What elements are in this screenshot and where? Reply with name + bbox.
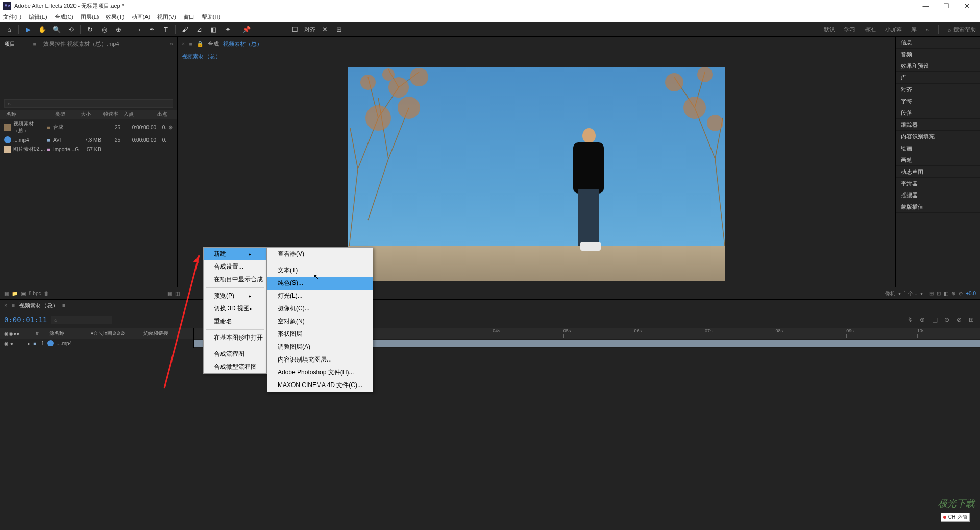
project-row[interactable]: ....mp4 ■ AVI 7.3 MB 25 0:00:00:00 0. xyxy=(0,135,177,144)
view-count[interactable]: 1 个... xyxy=(904,290,918,297)
menu-animation[interactable]: 动画(A) xyxy=(132,13,151,21)
tl-icon-5[interactable]: ⊘ xyxy=(954,315,964,324)
submenu-adjustment[interactable]: 调整图层(A) xyxy=(267,341,373,353)
panel-effects-presets[interactable]: 效果和预设≡ xyxy=(896,60,980,72)
hdr-switches[interactable]: ♦☆＼fx圖⊘⊘⊘ xyxy=(91,330,137,337)
help-search[interactable]: ⌕ 搜索帮助 xyxy=(948,26,976,33)
submenu-text[interactable]: 文本(T) xyxy=(267,264,373,277)
vb1-icon[interactable]: ⊞ xyxy=(929,291,934,296)
menu-flowchart[interactable]: 合成流程图 xyxy=(204,348,266,360)
menu-open-egp[interactable]: 在基本图形中打开 xyxy=(204,331,266,344)
rect-tool-icon[interactable]: ▭ xyxy=(132,25,142,35)
project-search-input[interactable] xyxy=(4,99,173,108)
submenu-light[interactable]: 灯光(L)... xyxy=(267,290,373,302)
menu-comp-settings[interactable]: 合成设置... xyxy=(204,260,266,273)
exposure-value[interactable]: +0.0 xyxy=(966,291,976,296)
tl-icon-1[interactable]: ↯ xyxy=(905,315,915,324)
hdr-parent[interactable]: 父级和链接 xyxy=(143,330,168,337)
menu-layer[interactable]: 图层(L) xyxy=(81,13,99,21)
panel-paragraph[interactable]: 段落 xyxy=(896,107,980,119)
camera-tool-icon[interactable]: ◎ xyxy=(99,25,109,35)
menu-rename[interactable]: 重命名 xyxy=(204,315,266,328)
clone-tool-icon[interactable]: ⊿ xyxy=(194,25,204,35)
hand-tool-icon[interactable]: ✋ xyxy=(37,25,47,35)
panel-smoother[interactable]: 平滑器 xyxy=(896,178,980,189)
snap-checkbox[interactable]: ☐ xyxy=(290,25,300,35)
menu-new[interactable]: 新建▸ xyxy=(204,248,266,260)
panel-character[interactable]: 字符 xyxy=(896,95,980,107)
maximize-button[interactable]: ☐ xyxy=(936,0,957,11)
type-tool-icon[interactable]: T xyxy=(161,25,171,35)
project-menu-icon[interactable]: ≡ xyxy=(22,41,26,47)
submenu-viewer[interactable]: 查看器(V) xyxy=(267,248,373,260)
panel-library[interactable]: 库 xyxy=(896,72,980,84)
new-folder-icon[interactable]: 📁 xyxy=(12,291,18,296)
pen-tool-icon[interactable]: ✒ xyxy=(146,25,157,35)
lock-icon[interactable]: 🔒 xyxy=(197,41,204,47)
menu-edit[interactable]: 编辑(E) xyxy=(29,13,47,21)
snap2-icon[interactable]: ⊞ xyxy=(334,25,344,35)
submenu-null[interactable]: 空对象(N) xyxy=(267,315,373,328)
comp-breadcrumb[interactable]: 视频素材（总） xyxy=(182,53,221,60)
trash-icon[interactable]: 🗑 xyxy=(44,291,49,296)
interpret-icon[interactable]: ▦ xyxy=(4,291,9,296)
header-out[interactable]: 出点 xyxy=(155,111,170,118)
project-tab[interactable]: 项目 xyxy=(4,40,15,48)
workspace-default[interactable]: 默认 xyxy=(824,26,835,33)
home-icon[interactable]: ⌂ xyxy=(4,25,14,35)
camera-dropdown[interactable]: 像机 xyxy=(885,290,895,297)
panel-paint[interactable]: 绘画 xyxy=(896,142,980,154)
header-in[interactable]: 入点 xyxy=(121,111,155,118)
panel-motion-sketch[interactable]: 动态草图 xyxy=(896,166,980,178)
viewer-opt2-icon[interactable]: ◫ xyxy=(175,291,180,296)
submenu-photoshop[interactable]: Adobe Photoshop 文件(H)... xyxy=(267,366,373,379)
close-button[interactable]: ✕ xyxy=(957,0,977,11)
tl-icon-3[interactable]: ◫ xyxy=(930,315,939,324)
hdr-source[interactable]: 源名称 xyxy=(49,330,85,337)
menu-mini-flowchart[interactable]: 合成微型流程图 xyxy=(204,360,266,373)
snap-icon[interactable]: ✕ xyxy=(320,25,330,35)
comp-settings-icon[interactable]: ⚙ xyxy=(168,125,173,130)
hdr-hash[interactable]: # xyxy=(36,331,43,336)
tl-icon-4[interactable]: ⊙ xyxy=(942,315,951,324)
workspace-small[interactable]: 小屏幕 xyxy=(885,26,902,33)
viewer-opt-icon[interactable]: ▦ xyxy=(167,291,172,296)
panel-align[interactable]: 对齐 xyxy=(896,84,980,95)
panel-brushes[interactable]: 画笔 xyxy=(896,154,980,166)
tl-icon-6[interactable]: ⊞ xyxy=(967,315,976,324)
layer-row[interactable]: ◉ ● ▸ ■ 1 ....mp4 xyxy=(0,339,980,348)
timeline-comp-name[interactable]: 视频素材（总） xyxy=(19,302,58,309)
submenu-c4d[interactable]: MAXON CINEMA 4D 文件(C)... xyxy=(267,379,373,392)
submenu-camera[interactable]: 摄像机(C)... xyxy=(267,302,373,315)
vb5-icon[interactable]: ⊙ xyxy=(959,291,963,296)
workspace-standard[interactable]: 标准 xyxy=(865,26,876,33)
eraser-tool-icon[interactable]: ◧ xyxy=(208,25,218,35)
timecode[interactable]: 0:00:01:11 xyxy=(4,316,47,324)
menu-switch-3d[interactable]: 切换 3D 视图▸ xyxy=(204,302,266,315)
timeline-search-input[interactable] xyxy=(51,316,112,324)
puppet-tool-icon[interactable]: 📌 xyxy=(241,25,252,35)
selection-tool-icon[interactable]: ▶ xyxy=(23,25,33,35)
header-name[interactable]: 名称 xyxy=(4,111,46,118)
header-type[interactable]: 类型 xyxy=(53,111,79,118)
project-row[interactable]: 图片素材02.... ■ Importe...G 57 KB xyxy=(0,144,177,154)
panel-overflow-icon[interactable]: » xyxy=(170,41,173,47)
header-size[interactable]: 大小 xyxy=(79,111,101,118)
timeline-layers[interactable]: ◉ ● ▸ ■ 1 ....mp4 xyxy=(0,339,980,530)
panel-content-aware[interactable]: 内容识别填充 xyxy=(896,131,980,142)
submenu-content-aware[interactable]: 内容识别填充图层... xyxy=(267,353,373,366)
menu-reveal-comp[interactable]: 在项目中显示合成 xyxy=(204,273,266,286)
comp-menu-icon[interactable]: ≡ xyxy=(266,41,270,47)
menu-window[interactable]: 窗口 xyxy=(183,13,194,21)
vb3-icon[interactable]: ◧ xyxy=(944,291,948,296)
orbit-tool-icon[interactable]: ⟲ xyxy=(66,25,76,35)
menu-composition[interactable]: 合成(C) xyxy=(55,13,74,21)
tl-icon-2[interactable]: ⊕ xyxy=(918,315,927,324)
ime-indicator[interactable]: CH 必简 xyxy=(941,513,970,522)
menu-help[interactable]: 帮助(H) xyxy=(202,13,220,21)
menu-effect[interactable]: 效果(T) xyxy=(106,13,124,21)
submenu-shape[interactable]: 形状图层 xyxy=(267,328,373,341)
vb4-icon[interactable]: ⊕ xyxy=(951,291,955,296)
panel-info[interactable]: 信息 xyxy=(896,37,980,49)
panel-wiggler[interactable]: 摇摆器 xyxy=(896,189,980,201)
